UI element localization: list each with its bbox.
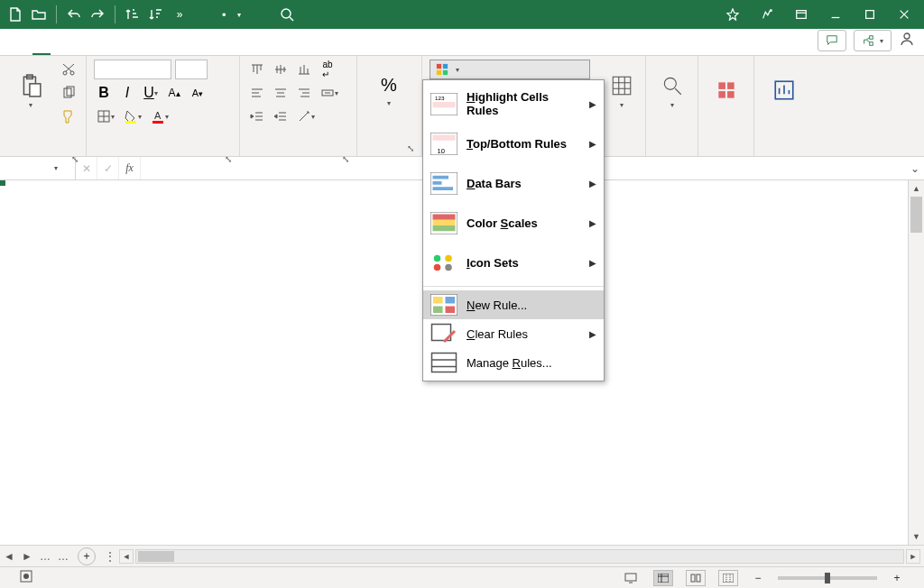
close-icon[interactable] <box>890 0 919 29</box>
merge-center-icon[interactable]: ▾ <box>318 83 341 103</box>
accept-formula-icon[interactable]: ✓ <box>97 157 119 179</box>
font-color-icon[interactable]: A▾ <box>148 106 171 126</box>
ribbon-display-icon[interactable] <box>787 0 816 29</box>
font-name-input[interactable] <box>94 60 171 79</box>
addins-button[interactable] <box>706 60 746 123</box>
conditional-formatting-button[interactable]: ▾ <box>430 60 590 79</box>
sheet-nav-prev-icon[interactable]: ◄ <box>0 550 18 563</box>
underline-icon[interactable]: U▾ <box>141 83 161 103</box>
number-format-button[interactable]: % ▾ <box>365 60 413 123</box>
scroll-down-icon[interactable]: ▼ <box>909 528 924 545</box>
tab-insert[interactable] <box>56 46 74 55</box>
tab-help[interactable] <box>244 46 262 55</box>
cf-icon-sets[interactable]: Icon Sets▶ <box>423 243 604 282</box>
tab-review[interactable] <box>173 46 191 55</box>
search-icon[interactable] <box>277 5 297 24</box>
view-normal-icon[interactable] <box>653 570 673 586</box>
name-box-input[interactable] <box>5 162 51 175</box>
fill-color-icon[interactable]: ▾ <box>121 106 144 126</box>
clipboard-launcher-icon[interactable]: ⤡ <box>69 154 80 165</box>
tab-draw[interactable] <box>79 46 97 55</box>
cf-manage-rules[interactable]: Manage Rules... <box>423 348 604 377</box>
macro-record-icon[interactable] <box>20 570 32 585</box>
title-bar: » • ▾ <box>0 0 924 29</box>
name-box[interactable]: ▾ <box>0 157 76 179</box>
cf-data-bars[interactable]: Data Bars▶ <box>423 163 604 203</box>
display-settings-button[interactable] <box>624 572 641 584</box>
hscroll-right-icon[interactable]: ► <box>906 549 920 564</box>
qat-open-icon[interactable] <box>29 5 49 24</box>
tab-scroll-more-icon[interactable]: ⋮ <box>101 550 119 563</box>
align-left-icon[interactable] <box>247 83 267 103</box>
minimize-icon[interactable] <box>821 0 850 29</box>
coming-soon-icon[interactable] <box>753 0 781 29</box>
horizontal-scrollbar[interactable] <box>135 549 904 564</box>
view-page-layout-icon[interactable] <box>686 570 706 586</box>
maximize-icon[interactable] <box>855 0 884 29</box>
cut-icon[interactable] <box>59 60 79 79</box>
tab-developer[interactable] <box>220 46 238 55</box>
qat-new-icon[interactable] <box>5 5 25 24</box>
comments-button[interactable] <box>818 30 846 51</box>
qat-more-icon[interactable]: » <box>170 5 189 24</box>
font-launcher-icon[interactable]: ⤡ <box>223 154 234 165</box>
align-center-icon[interactable] <box>271 83 291 103</box>
paste-button[interactable]: ▾ <box>7 60 53 123</box>
font-size-input[interactable] <box>175 60 208 79</box>
save-state-dropdown-icon[interactable]: ▾ <box>237 11 241 19</box>
bold-icon[interactable]: B <box>94 83 114 103</box>
qat-sort-asc-icon[interactable] <box>123 5 143 24</box>
hscroll-left-icon[interactable]: ◄ <box>119 549 134 564</box>
border-icon[interactable]: ▾ <box>94 106 117 126</box>
scroll-thumb[interactable] <box>910 197 922 233</box>
copy-icon[interactable] <box>59 83 79 103</box>
cf-clear-rules[interactable]: Clear Rules▶ <box>423 319 604 348</box>
zoom-out-icon[interactable]: − <box>751 572 765 584</box>
cells-button[interactable]: ▾ <box>605 60 638 123</box>
align-top-icon[interactable] <box>247 60 267 79</box>
tab-page-layout[interactable] <box>103 46 121 55</box>
qat-redo-icon[interactable] <box>88 5 107 24</box>
tab-home[interactable] <box>32 44 51 55</box>
cf-highlight-rules[interactable]: 123 Highlight Cells Rules▶ <box>423 84 604 124</box>
share-button[interactable]: ▾ <box>854 30 892 51</box>
scroll-up-icon[interactable]: ▲ <box>909 180 924 197</box>
account-icon[interactable] <box>899 32 915 50</box>
alignment-launcher-icon[interactable]: ⤡ <box>340 154 351 165</box>
tab-data[interactable] <box>150 46 168 55</box>
sheet-nav-next-icon[interactable]: ► <box>18 550 36 563</box>
status-bar: − + <box>0 566 924 588</box>
align-bottom-icon[interactable] <box>294 60 314 79</box>
italic-icon[interactable]: I <box>117 83 137 103</box>
cf-color-scales[interactable]: Color Scales▶ <box>423 203 604 243</box>
tab-file[interactable] <box>9 46 27 55</box>
sheet-nav-ellipsis-icon[interactable]: … <box>54 550 72 563</box>
align-middle-icon[interactable] <box>271 60 291 79</box>
analyze-data-button[interactable] <box>762 60 807 123</box>
cf-top-bottom-rules[interactable]: 10 Top/Bottom Rules▶ <box>423 124 604 163</box>
align-right-icon[interactable] <box>294 83 314 103</box>
premium-icon[interactable] <box>718 0 747 29</box>
sheet-nav-more-icon[interactable]: … <box>36 550 54 563</box>
tab-view[interactable] <box>197 46 215 55</box>
qat-sort-desc-icon[interactable] <box>146 5 166 24</box>
format-painter-icon[interactable] <box>59 106 79 126</box>
zoom-in-icon[interactable]: + <box>890 572 904 584</box>
expand-formula-bar-icon[interactable]: ⌄ <box>906 162 924 175</box>
insert-function-icon[interactable]: fx <box>119 157 141 179</box>
add-sheet-button[interactable]: ＋ <box>78 547 96 565</box>
decrease-indent-icon[interactable] <box>247 106 267 126</box>
cf-new-rule[interactable]: New Rule... <box>423 290 604 319</box>
editing-button[interactable]: ▾ <box>653 60 690 123</box>
wrap-text-icon[interactable]: ab↵ <box>318 60 337 79</box>
view-page-break-icon[interactable] <box>718 570 738 586</box>
orientation-icon[interactable]: ▾ <box>294 106 318 126</box>
tab-formulas[interactable] <box>126 46 144 55</box>
qat-undo-icon[interactable] <box>64 5 84 24</box>
vertical-scrollbar[interactable]: ▲ ▼ <box>908 180 924 545</box>
shrink-font-icon[interactable]: A▾ <box>188 83 208 103</box>
zoom-slider[interactable] <box>778 576 877 580</box>
number-launcher-icon[interactable]: ⤡ <box>405 143 416 154</box>
grow-font-icon[interactable]: A▴ <box>164 83 184 103</box>
increase-indent-icon[interactable] <box>271 106 291 126</box>
